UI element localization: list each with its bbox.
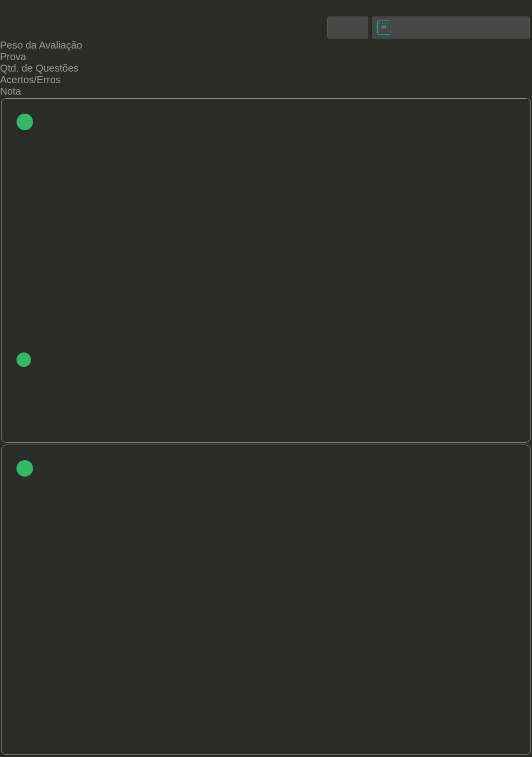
evaluation-panel-2 — [1, 445, 531, 755]
evaluation-panel-1 — [1, 98, 531, 443]
status-indicator-icon — [17, 352, 31, 367]
field-labels: Peso da Avaliação Prova Qtd. de Questões… — [0, 40, 82, 97]
label-prova: Prova — [0, 51, 82, 63]
calculator-icon — [377, 21, 390, 35]
label-acertos: Acertos/Erros — [0, 74, 82, 86]
label-peso: Peso da Avaliação — [0, 40, 82, 51]
status-indicator-icon — [17, 460, 33, 477]
label-qtd: Qtd. de Questões — [0, 63, 82, 74]
label-nota: Nota — [0, 86, 82, 97]
top-calc-button[interactable] — [372, 17, 530, 39]
status-indicator-icon — [17, 114, 33, 130]
top-action-button[interactable] — [327, 17, 368, 39]
